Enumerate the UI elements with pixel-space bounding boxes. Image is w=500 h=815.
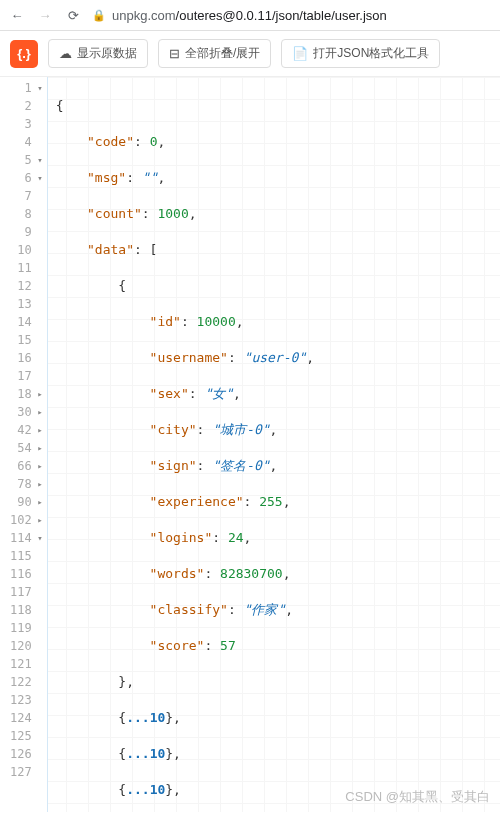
fold-all-button[interactable]: ⊟全部折叠/展开 <box>158 39 271 68</box>
show-raw-button[interactable]: ☁显示原数据 <box>48 39 148 68</box>
browser-nav-bar: ← → ⟳ 🔒 unpkg.com/outeres@0.0.11/json/ta… <box>0 0 500 31</box>
address-bar[interactable]: 🔒 unpkg.com/outeres@0.0.11/json/table/us… <box>92 8 492 23</box>
fold-icon[interactable]: ▾ <box>35 151 43 169</box>
fold-icon[interactable]: ▾ <box>35 169 43 187</box>
fold-icon[interactable]: ▸ <box>35 475 43 493</box>
document-icon: 📄 <box>292 46 308 61</box>
open-formatter-button[interactable]: 📄打开JSON格式化工具 <box>281 39 440 68</box>
fold-icon[interactable]: ▸ <box>35 385 43 403</box>
json-viewer: 1▾ 2 3 4 5▾ 6▾ 7 8 9 10 11 12 13 14 15 1… <box>0 77 500 812</box>
reload-button[interactable]: ⟳ <box>64 6 82 24</box>
line-gutter: 1▾ 2 3 4 5▾ 6▾ 7 8 9 10 11 12 13 14 15 1… <box>0 77 48 812</box>
fold-icon[interactable]: ▸ <box>35 493 43 511</box>
url-path: /outeres@0.0.11/json/table/user.json <box>176 8 387 23</box>
fold-icon[interactable]: ▸ <box>35 439 43 457</box>
back-button[interactable]: ← <box>8 6 26 24</box>
forward-button[interactable]: → <box>36 6 54 24</box>
lock-icon: 🔒 <box>92 9 106 22</box>
fold-icon[interactable]: ▾ <box>35 79 43 97</box>
fold-icon[interactable]: ▸ <box>35 421 43 439</box>
fold-icon[interactable]: ▸ <box>35 511 43 529</box>
watermark: CSDN @知其黑、受其白 <box>345 788 490 806</box>
json-content[interactable]: { "code": 0, "msg": "", "count": 1000, "… <box>48 77 314 812</box>
cloud-icon: ☁ <box>59 46 72 61</box>
fold-icon[interactable]: ▾ <box>35 529 43 547</box>
url-host: unpkg.com <box>112 8 176 23</box>
fold-icon[interactable]: ▸ <box>35 457 43 475</box>
collapse-icon: ⊟ <box>169 46 180 61</box>
json-toolbar: {.} ☁显示原数据 ⊟全部折叠/展开 📄打开JSON格式化工具 <box>0 31 500 77</box>
fold-icon[interactable]: ▸ <box>35 403 43 421</box>
extension-logo: {.} <box>10 40 38 68</box>
